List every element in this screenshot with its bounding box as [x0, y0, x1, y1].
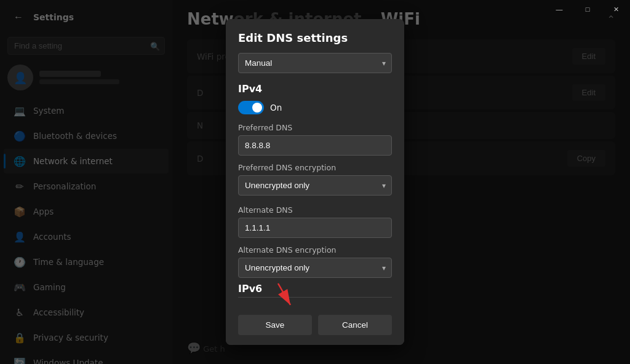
red-arrow-icon [266, 280, 315, 311]
maximize-button[interactable]: □ [573, 0, 602, 18]
dialog-title: Edit DNS settings [238, 31, 392, 44]
save-button[interactable]: Save [238, 315, 312, 335]
toggle-row: On [238, 101, 392, 114]
edit-dns-dialog: Edit DNS settings Manual Automatic (DHCP… [226, 19, 404, 345]
preferred-dns-input[interactable] [238, 135, 392, 156]
cancel-button[interactable]: Cancel [318, 315, 392, 335]
minimize-button[interactable]: — [545, 0, 573, 18]
preferred-encryption-dropdown[interactable]: Unencrypted only Encrypted only (DNS ove… [238, 175, 392, 196]
alternate-dns-encryption-label: Alternate DNS encryption [238, 245, 392, 255]
alternate-encryption-dropdown-row[interactable]: Unencrypted only Encrypted only (DNS ove… [238, 258, 392, 278]
alternate-encryption-dropdown[interactable]: Unencrypted only Encrypted only (DNS ove… [238, 258, 392, 278]
alternate-dns-label: Alternate DNS [238, 205, 392, 215]
preferred-encryption-dropdown-row[interactable]: Unencrypted only Encrypted only (DNS ove… [238, 175, 392, 196]
ipv6-section-label: IPv6 [238, 283, 392, 298]
preferred-dns-encryption-label: Preferred DNS encryption [238, 163, 392, 172]
mode-dropdown-row[interactable]: Manual Automatic (DHCP) ▾ [238, 53, 392, 73]
alternate-dns-input[interactable] [238, 218, 392, 238]
preferred-dns-label: Preferred DNS [238, 123, 392, 132]
toggle-label: On [270, 103, 282, 113]
svg-line-1 [278, 283, 290, 305]
mode-dropdown[interactable]: Manual Automatic (DHCP) [238, 53, 392, 73]
close-button[interactable]: ✕ [602, 0, 630, 18]
dialog-inner: Edit DNS settings Manual Automatic (DHCP… [226, 19, 404, 307]
ipv4-toggle[interactable] [238, 101, 264, 114]
dialog-footer: Save Cancel [226, 307, 404, 345]
ipv4-section-label: IPv4 [238, 83, 392, 95]
